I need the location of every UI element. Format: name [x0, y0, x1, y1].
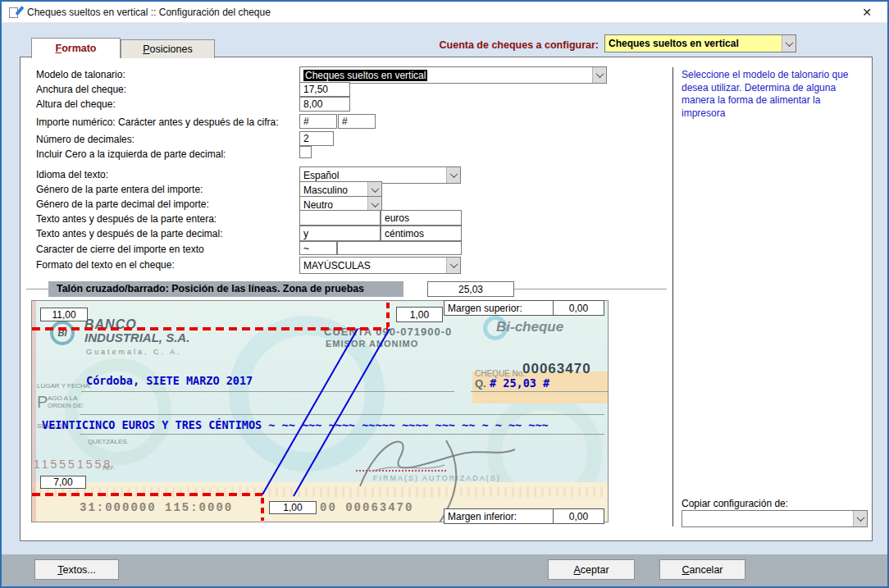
- cierre-label: Caracter de cierre del importe en texto: [36, 244, 204, 255]
- importe-label: Importe numérico: Carácter antes y despu…: [36, 116, 278, 128]
- cierre-input[interactable]: ~: [299, 241, 337, 255]
- bank-location: Guatemala, C. A.: [86, 348, 182, 356]
- genero-entera-value: Masculino: [300, 185, 367, 196]
- texto-decimal-after-input[interactable]: céntimos: [381, 226, 462, 241]
- account-selector-value: Cheques sueltos en vertical: [605, 38, 782, 49]
- help-divider: [672, 67, 673, 526]
- idioma-value: Español: [300, 170, 446, 181]
- importe-before-input[interactable]: #: [299, 114, 337, 129]
- margen-inferior-input[interactable]: 0,00: [553, 509, 604, 523]
- modelo-select[interactable]: Cheques sueltos en vertical: [299, 66, 607, 84]
- test-amount-input[interactable]: 25,03: [427, 281, 514, 297]
- idioma-label: Idioma del texto:: [36, 169, 108, 180]
- group-header: Talón cruzado/barrado: Posición de las l…: [48, 281, 403, 297]
- margen-inferior-box: Margen inferior: 0,00: [444, 508, 604, 524]
- chevron-down-icon[interactable]: [853, 511, 867, 526]
- modelo-selected-value: Cheques sueltos en vertical: [303, 70, 427, 81]
- altura-label: Altura del cheque:: [36, 98, 116, 110]
- payee-rule-line: [80, 414, 604, 415]
- quetzales-label: QUETZALES.: [88, 438, 129, 445]
- account-number-text: CUENTA 090-071900-0: [324, 326, 452, 338]
- decimales-input[interactable]: 2: [299, 131, 334, 146]
- amount-rule-line: [471, 391, 608, 392]
- bicheque-brand-text: Bi-cheque: [496, 319, 563, 335]
- account-selector-label: Cuenta de cheques a configurar:: [387, 39, 599, 51]
- signature-dotted-line: [356, 470, 446, 472]
- texto-entera-after-input[interactable]: euros: [381, 210, 462, 226]
- formato-texto-select[interactable]: MAYÚSCULAS: [299, 257, 461, 274]
- window-title: Cheques sueltos en vertical :: Configura…: [27, 7, 271, 18]
- texto-decimal-before-input[interactable]: y: [299, 226, 381, 241]
- incluir-cero-checkbox[interactable]: [299, 146, 312, 158]
- textos-button[interactable]: Textos...: [34, 559, 119, 580]
- ref-number: 115551558: [34, 458, 112, 471]
- anchura-label: Anchura del cheque:: [36, 84, 126, 95]
- tab-posiciones[interactable]: Posiciones: [121, 39, 215, 58]
- bank-name-line2: INDUSTRIAL, S.A.: [84, 330, 189, 344]
- amount-words-text: VEINTICINCO EUROS Y TRES CÉNTIMOS ~ ~~ ~…: [42, 418, 549, 431]
- margen-superior-label: Margen superior:: [444, 301, 553, 315]
- decimales-label: Número de decimales:: [36, 134, 134, 145]
- position-bottom-center-input[interactable]: 1,00: [269, 501, 317, 514]
- title-bar: Cheques sueltos en vertical :: Configura…: [2, 2, 887, 23]
- formato-texto-label: Formato del texto en el cheque:: [36, 259, 175, 271]
- anchura-input[interactable]: 17,50: [299, 82, 350, 97]
- margen-inferior-label: Margen inferior:: [444, 509, 553, 523]
- check-background: BI BANCO INDUSTRIAL, S.A. Guatemala, C. …: [32, 301, 608, 522]
- ref-label: REF.: [103, 465, 115, 471]
- incluir-cero-label: Incluir Cero a la izquierda de parte dec…: [36, 148, 226, 160]
- date-rule-line: [81, 391, 454, 392]
- position-bottom-left-input[interactable]: 7,00: [40, 476, 86, 489]
- close-icon[interactable]: ✕: [859, 4, 875, 21]
- amount-numeric-text: # 25,03 #: [490, 376, 549, 390]
- bank-logo-icon: BI: [50, 321, 75, 345]
- cheque-pen-icon: [9, 6, 21, 19]
- position-top-left-input[interactable]: 11,00: [40, 308, 88, 321]
- genero-decimal-label: Género de la parte decimal del importe:: [36, 198, 209, 210]
- firma-label: FIRMA(S) AUTORIZADA(S): [373, 474, 501, 482]
- dialog-window: Cheques sueltos en vertical :: Configura…: [0, 0, 889, 588]
- pago-initial: P: [37, 393, 48, 412]
- suma-rule-line: [80, 434, 604, 435]
- check-left-strip: [32, 301, 36, 522]
- pago-line2: ORDEN DE:: [48, 402, 84, 409]
- tab-formato[interactable]: Formato: [31, 38, 121, 58]
- micr-line-right: 00 00063470: [320, 501, 413, 514]
- pago-line1: AGO A LA: [48, 394, 77, 402]
- chevron-down-icon[interactable]: [446, 258, 460, 273]
- aceptar-button[interactable]: Aceptar: [548, 559, 635, 580]
- importe-after-input[interactable]: #: [338, 114, 376, 129]
- texto-entera-label: Texto antes y después de la parte entera…: [36, 213, 217, 225]
- help-text: Seleccione el modelo de talonario que de…: [682, 69, 867, 120]
- genero-entera-label: Género de la parte entera del importe:: [36, 184, 203, 195]
- micr-line-left: 31:000000 115:0000: [80, 501, 233, 514]
- genero-decimal-value: Neutro: [300, 199, 367, 211]
- bottom-bar: [2, 554, 887, 586]
- cancelar-button[interactable]: Cancelar: [659, 559, 745, 580]
- group-line-left: [26, 289, 48, 289]
- group-line-right: [514, 289, 667, 289]
- margen-superior-box: Margen superior: 0,00: [444, 300, 604, 316]
- copy-config-label: Copiar configuración de:: [682, 498, 788, 509]
- check-date-text: Córdoba, SIETE MARZO 2017: [86, 374, 253, 387]
- currency-label: Q.: [475, 377, 486, 390]
- check-preview: BI BANCO INDUSTRIAL, S.A. Guatemala, C. …: [31, 300, 609, 522]
- altura-input[interactable]: 8,00: [299, 97, 350, 112]
- texto-entera-before-input[interactable]: [299, 210, 381, 226]
- chevron-down-icon[interactable]: [592, 67, 606, 83]
- copy-config-select[interactable]: [682, 510, 868, 527]
- position-top-right-input[interactable]: 1,00: [396, 307, 443, 322]
- chevron-down-icon[interactable]: [446, 167, 460, 183]
- chevron-down-icon[interactable]: [782, 35, 796, 52]
- cierre-secondary-input[interactable]: [337, 241, 462, 255]
- texto-decimal-label: Texto antes y después de la parte decima…: [36, 228, 222, 239]
- formato-texto-value: MAYÚSCULAS: [300, 260, 446, 271]
- emisor-text: EMISOR ANONIMO: [326, 339, 418, 349]
- margen-superior-input[interactable]: 0,00: [553, 301, 604, 315]
- lugar-fecha-label: LUGAR Y FECHA:: [37, 382, 91, 390]
- modelo-label: Modelo de talonario:: [36, 69, 125, 80]
- cheque-no-value: 00063470: [522, 361, 591, 377]
- account-selector-combo[interactable]: Cheques sueltos en vertical: [604, 34, 796, 52]
